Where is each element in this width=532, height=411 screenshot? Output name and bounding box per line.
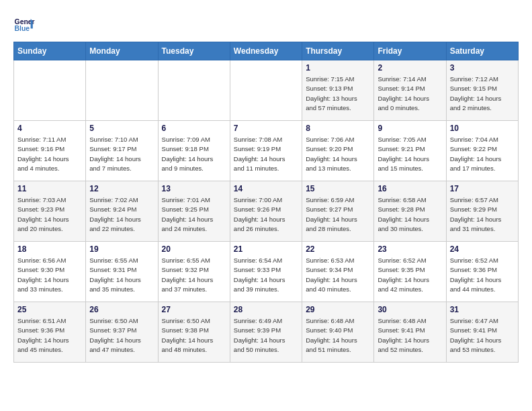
day-info: Sunrise: 7:04 AMSunset: 9:22 PMDaylight:… bbox=[450, 135, 515, 173]
day-info: Sunrise: 6:53 AMSunset: 9:34 PMDaylight:… bbox=[306, 256, 370, 294]
calendar-cell: 18Sunrise: 6:56 AMSunset: 9:30 PMDayligh… bbox=[14, 242, 86, 302]
calendar-week-3: 11Sunrise: 7:03 AMSunset: 9:23 PMDayligh… bbox=[14, 181, 519, 242]
day-number: 13 bbox=[162, 184, 226, 193]
day-info: Sunrise: 6:50 AMSunset: 9:37 PMDaylight:… bbox=[89, 316, 154, 355]
day-info: Sunrise: 6:55 AMSunset: 9:31 PMDaylight:… bbox=[89, 256, 154, 294]
day-header-thursday: Thursday bbox=[302, 42, 374, 60]
calendar-cell: 30Sunrise: 6:48 AMSunset: 9:41 PMDayligh… bbox=[374, 302, 446, 363]
day-info: Sunrise: 7:15 AMSunset: 9:13 PMDaylight:… bbox=[306, 75, 370, 113]
day-info: Sunrise: 6:49 AMSunset: 9:39 PMDaylight:… bbox=[234, 316, 298, 355]
calendar-cell: 22Sunrise: 6:53 AMSunset: 9:34 PMDayligh… bbox=[302, 242, 374, 302]
header: General Blue bbox=[13, 13, 519, 35]
day-info: Sunrise: 6:48 AMSunset: 9:40 PMDaylight:… bbox=[306, 316, 370, 355]
day-info: Sunrise: 6:59 AMSunset: 9:27 PMDaylight:… bbox=[306, 195, 370, 234]
day-info: Sunrise: 7:00 AMSunset: 9:26 PMDaylight:… bbox=[234, 195, 298, 234]
calendar-cell: 21Sunrise: 6:54 AMSunset: 9:33 PMDayligh… bbox=[230, 242, 302, 302]
calendar-cell: 23Sunrise: 6:52 AMSunset: 9:35 PMDayligh… bbox=[374, 242, 446, 302]
day-number: 6 bbox=[162, 124, 226, 133]
calendar-cell: 6Sunrise: 7:09 AMSunset: 9:18 PMDaylight… bbox=[158, 121, 230, 181]
day-number: 24 bbox=[450, 244, 515, 254]
days-of-week-row: SundayMondayTuesdayWednesdayThursdayFrid… bbox=[14, 42, 519, 60]
day-number: 27 bbox=[162, 305, 226, 314]
day-info: Sunrise: 7:08 AMSunset: 9:19 PMDaylight:… bbox=[234, 135, 298, 173]
day-number: 10 bbox=[450, 124, 515, 133]
calendar-cell bbox=[86, 60, 158, 121]
day-info: Sunrise: 7:03 AMSunset: 9:23 PMDaylight:… bbox=[17, 195, 82, 234]
calendar-cell: 10Sunrise: 7:04 AMSunset: 9:22 PMDayligh… bbox=[446, 121, 518, 181]
calendar-cell: 13Sunrise: 7:01 AMSunset: 9:25 PMDayligh… bbox=[158, 181, 230, 242]
calendar-body: 1Sunrise: 7:15 AMSunset: 9:13 PMDaylight… bbox=[14, 60, 519, 363]
day-number: 29 bbox=[306, 305, 370, 314]
day-number: 23 bbox=[378, 244, 442, 254]
day-header-sunday: Sunday bbox=[14, 42, 86, 60]
day-info: Sunrise: 7:05 AMSunset: 9:21 PMDaylight:… bbox=[378, 135, 442, 173]
day-info: Sunrise: 7:09 AMSunset: 9:18 PMDaylight:… bbox=[162, 135, 226, 173]
calendar-cell: 19Sunrise: 6:55 AMSunset: 9:31 PMDayligh… bbox=[86, 242, 158, 302]
calendar-cell bbox=[230, 60, 302, 121]
day-header-saturday: Saturday bbox=[446, 42, 518, 60]
day-number: 7 bbox=[234, 124, 298, 133]
calendar-week-4: 18Sunrise: 6:56 AMSunset: 9:30 PMDayligh… bbox=[14, 242, 519, 302]
day-number: 30 bbox=[378, 305, 442, 314]
day-number: 17 bbox=[450, 184, 515, 193]
day-number: 15 bbox=[306, 184, 370, 193]
day-number: 16 bbox=[378, 184, 442, 193]
day-number: 25 bbox=[17, 305, 82, 314]
calendar-week-1: 1Sunrise: 7:15 AMSunset: 9:13 PMDaylight… bbox=[14, 60, 519, 121]
day-number: 19 bbox=[89, 244, 154, 254]
day-number: 18 bbox=[17, 244, 82, 254]
day-info: Sunrise: 6:58 AMSunset: 9:28 PMDaylight:… bbox=[378, 195, 442, 234]
day-number: 1 bbox=[306, 63, 370, 73]
calendar-cell: 12Sunrise: 7:02 AMSunset: 9:24 PMDayligh… bbox=[86, 181, 158, 242]
day-info: Sunrise: 7:12 AMSunset: 9:15 PMDaylight:… bbox=[450, 75, 515, 113]
calendar-cell: 29Sunrise: 6:48 AMSunset: 9:40 PMDayligh… bbox=[302, 302, 374, 363]
calendar-cell: 20Sunrise: 6:55 AMSunset: 9:32 PMDayligh… bbox=[158, 242, 230, 302]
day-number: 8 bbox=[306, 124, 370, 133]
day-info: Sunrise: 6:47 AMSunset: 9:41 PMDaylight:… bbox=[450, 316, 515, 355]
day-number: 2 bbox=[378, 63, 442, 73]
day-info: Sunrise: 6:52 AMSunset: 9:36 PMDaylight:… bbox=[450, 256, 515, 294]
calendar-cell: 26Sunrise: 6:50 AMSunset: 9:37 PMDayligh… bbox=[86, 302, 158, 363]
day-info: Sunrise: 6:48 AMSunset: 9:41 PMDaylight:… bbox=[378, 316, 442, 355]
calendar-cell: 5Sunrise: 7:10 AMSunset: 9:17 PMDaylight… bbox=[86, 121, 158, 181]
calendar-table: SundayMondayTuesdayWednesdayThursdayFrid… bbox=[13, 42, 519, 363]
day-info: Sunrise: 7:10 AMSunset: 9:17 PMDaylight:… bbox=[89, 135, 154, 173]
day-number: 20 bbox=[162, 244, 226, 254]
calendar-cell: 17Sunrise: 6:57 AMSunset: 9:29 PMDayligh… bbox=[446, 181, 518, 242]
calendar-cell: 4Sunrise: 7:11 AMSunset: 9:16 PMDaylight… bbox=[14, 121, 86, 181]
calendar-cell: 28Sunrise: 6:49 AMSunset: 9:39 PMDayligh… bbox=[230, 302, 302, 363]
logo-icon: General Blue bbox=[13, 13, 35, 35]
calendar-cell: 9Sunrise: 7:05 AMSunset: 9:21 PMDaylight… bbox=[374, 121, 446, 181]
day-number: 14 bbox=[234, 184, 298, 193]
day-number: 5 bbox=[89, 124, 154, 133]
calendar-cell: 31Sunrise: 6:47 AMSunset: 9:41 PMDayligh… bbox=[446, 302, 518, 363]
day-number: 26 bbox=[89, 305, 154, 314]
day-number: 28 bbox=[234, 305, 298, 314]
day-info: Sunrise: 6:56 AMSunset: 9:30 PMDaylight:… bbox=[17, 256, 82, 294]
calendar-cell: 27Sunrise: 6:50 AMSunset: 9:38 PMDayligh… bbox=[158, 302, 230, 363]
day-info: Sunrise: 6:55 AMSunset: 9:32 PMDaylight:… bbox=[162, 256, 226, 294]
day-info: Sunrise: 7:06 AMSunset: 9:20 PMDaylight:… bbox=[306, 135, 370, 173]
day-number: 3 bbox=[450, 63, 515, 73]
calendar-cell bbox=[158, 60, 230, 121]
day-header-monday: Monday bbox=[86, 42, 158, 60]
day-header-friday: Friday bbox=[374, 42, 446, 60]
calendar-cell: 3Sunrise: 7:12 AMSunset: 9:15 PMDaylight… bbox=[446, 60, 518, 121]
day-info: Sunrise: 6:51 AMSunset: 9:36 PMDaylight:… bbox=[17, 316, 82, 355]
calendar-cell bbox=[14, 60, 86, 121]
logo: General Blue bbox=[13, 13, 38, 35]
calendar-cell: 16Sunrise: 6:58 AMSunset: 9:28 PMDayligh… bbox=[374, 181, 446, 242]
day-info: Sunrise: 6:52 AMSunset: 9:35 PMDaylight:… bbox=[378, 256, 442, 294]
day-info: Sunrise: 7:14 AMSunset: 9:14 PMDaylight:… bbox=[378, 75, 442, 113]
calendar-cell: 7Sunrise: 7:08 AMSunset: 9:19 PMDaylight… bbox=[230, 121, 302, 181]
calendar-cell: 2Sunrise: 7:14 AMSunset: 9:14 PMDaylight… bbox=[374, 60, 446, 121]
calendar-cell: 11Sunrise: 7:03 AMSunset: 9:23 PMDayligh… bbox=[14, 181, 86, 242]
calendar-week-2: 4Sunrise: 7:11 AMSunset: 9:16 PMDaylight… bbox=[14, 121, 519, 181]
day-info: Sunrise: 7:11 AMSunset: 9:16 PMDaylight:… bbox=[17, 135, 82, 173]
calendar-cell: 14Sunrise: 7:00 AMSunset: 9:26 PMDayligh… bbox=[230, 181, 302, 242]
day-header-tuesday: Tuesday bbox=[158, 42, 230, 60]
day-info: Sunrise: 6:50 AMSunset: 9:38 PMDaylight:… bbox=[162, 316, 226, 355]
calendar-cell: 24Sunrise: 6:52 AMSunset: 9:36 PMDayligh… bbox=[446, 242, 518, 302]
day-number: 22 bbox=[306, 244, 370, 254]
day-header-wednesday: Wednesday bbox=[230, 42, 302, 60]
